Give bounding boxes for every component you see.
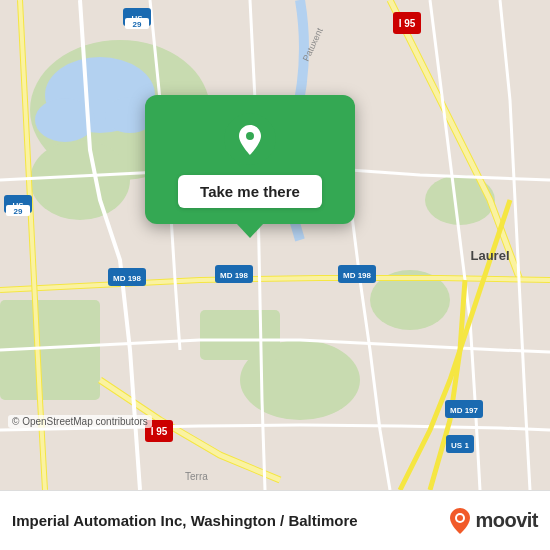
svg-text:Laurel: Laurel xyxy=(470,248,509,263)
bottom-bar: Imperial Automation Inc, Washington / Ba… xyxy=(0,490,550,550)
svg-text:MD 198: MD 198 xyxy=(220,271,249,280)
svg-point-2 xyxy=(30,140,130,220)
svg-rect-5 xyxy=(200,310,280,360)
svg-text:MD 198: MD 198 xyxy=(113,274,142,283)
svg-text:MD 197: MD 197 xyxy=(450,406,479,415)
map-attribution: © OpenStreetMap contributors xyxy=(8,415,152,428)
svg-text:I 95: I 95 xyxy=(399,18,416,29)
popup-card: Take me there xyxy=(145,95,355,224)
svg-text:29: 29 xyxy=(133,20,142,29)
svg-text:I 95: I 95 xyxy=(151,426,168,437)
location-title: Imperial Automation Inc, Washington / Ba… xyxy=(12,512,439,529)
location-pin-icon xyxy=(224,113,276,165)
moovit-logo: moovit xyxy=(449,508,538,534)
svg-text:29: 29 xyxy=(14,207,23,216)
svg-point-38 xyxy=(457,515,463,521)
svg-text:US 1: US 1 xyxy=(451,441,469,450)
svg-text:MD 198: MD 198 xyxy=(343,271,372,280)
svg-point-36 xyxy=(224,113,276,165)
take-me-there-button[interactable]: Take me there xyxy=(178,175,322,208)
moovit-brand-text: moovit xyxy=(475,509,538,532)
svg-text:Terra: Terra xyxy=(185,471,208,482)
map-container: US 29 US 29 I 95 I 95 MD 198 MD 198 MD 1… xyxy=(0,0,550,490)
moovit-pin-icon xyxy=(449,508,471,534)
